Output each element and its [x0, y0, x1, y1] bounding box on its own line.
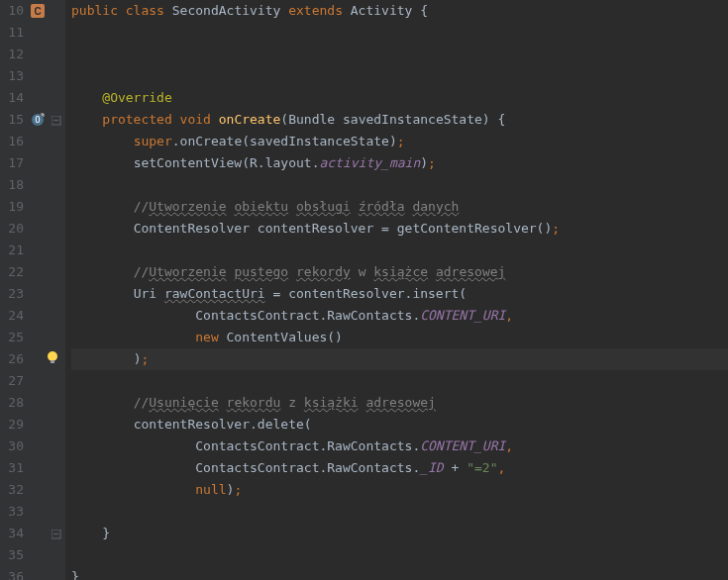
class-icon[interactable]: C	[30, 3, 46, 19]
code-line[interactable]: //Usunięcie rekordu z książki adresowej	[71, 392, 728, 414]
code-line[interactable]: }	[71, 523, 728, 544]
line-number[interactable]: 13	[0, 65, 24, 87]
line-number[interactable]: 19	[0, 196, 24, 218]
code-editor[interactable]: 10 11 12 13 14 15 16 17 18 19 20 21 22 2…	[0, 0, 728, 580]
line-number[interactable]: 11	[0, 22, 24, 44]
line-number[interactable]: 28	[0, 392, 24, 414]
svg-text:O: O	[35, 115, 40, 125]
svg-rect-7	[51, 360, 54, 363]
code-line[interactable]: ContactsContract.RawContacts.CONTENT_URI…	[71, 305, 728, 327]
line-number[interactable]: 21	[0, 240, 24, 261]
code-line[interactable]: null);	[71, 479, 728, 501]
code-line[interactable]: contentResolver.delete(	[71, 414, 728, 435]
code-line[interactable]: ContactsContract.RawContacts._ID + "=2",	[71, 457, 728, 479]
gutter: 10 11 12 13 14 15 16 17 18 19 20 21 22 2…	[0, 0, 65, 580]
line-number[interactable]: 31	[0, 457, 24, 479]
line-number[interactable]: 23	[0, 283, 24, 305]
line-number[interactable]: 18	[0, 174, 24, 196]
line-number[interactable]: 14	[0, 87, 24, 109]
code-line[interactable]: new ContentValues()	[71, 327, 728, 348]
code-line[interactable]	[71, 22, 728, 44]
code-line[interactable]: //Utworzenie pustego rekordy w książce a…	[71, 261, 728, 283]
line-number[interactable]: 32	[0, 479, 24, 501]
line-number[interactable]: 34	[0, 523, 24, 544]
svg-text:C: C	[34, 6, 41, 17]
svg-point-6	[48, 351, 57, 361]
fold-icon[interactable]	[52, 528, 67, 543]
code-line[interactable]: ContentResolver contentResolver = getCon…	[71, 218, 728, 240]
code-line[interactable]	[71, 544, 728, 566]
code-line[interactable]: protected void onCreate(Bundle savedInst…	[71, 109, 728, 131]
code-line[interactable]: }	[71, 566, 728, 580]
bulb-icon[interactable]	[46, 350, 61, 366]
line-number[interactable]: 20	[0, 218, 24, 240]
code-line[interactable]: Uri rawContactUri = contentResolver.inse…	[71, 283, 728, 305]
code-line[interactable]: super.onCreate(savedInstanceState);	[71, 131, 728, 152]
line-number[interactable]: 33	[0, 501, 24, 523]
code-line[interactable]: ContactsContract.RawContacts.CONTENT_URI…	[71, 435, 728, 457]
line-number[interactable]: 24	[0, 305, 24, 327]
line-number[interactable]: 27	[0, 370, 24, 392]
code-line[interactable]: //Utworzenie obiektu obsługi źródła dany…	[71, 196, 728, 218]
code-line[interactable]	[71, 501, 728, 523]
line-number[interactable]: 17	[0, 152, 24, 174]
line-number[interactable]: 25	[0, 327, 24, 348]
override-icon[interactable]: O	[30, 112, 46, 128]
fold-icon[interactable]	[52, 114, 67, 130]
line-number[interactable]: 26	[0, 348, 24, 370]
code-line[interactable]: public class SecondActivity extends Acti…	[71, 0, 728, 22]
code-line[interactable]	[71, 174, 728, 196]
line-number[interactable]: 16	[0, 131, 24, 152]
line-number[interactable]: 12	[0, 44, 24, 65]
code-line[interactable]: );	[71, 348, 728, 370]
line-number[interactable]: 15	[0, 109, 24, 131]
code-line[interactable]	[71, 65, 728, 87]
line-numbers: 10 11 12 13 14 15 16 17 18 19 20 21 22 2…	[0, 0, 30, 580]
gutter-icons: C O	[30, 0, 65, 580]
code-line[interactable]	[71, 240, 728, 261]
code-line[interactable]	[71, 370, 728, 392]
code-line[interactable]	[71, 44, 728, 65]
code-area[interactable]: public class SecondActivity extends Acti…	[65, 0, 728, 580]
line-number[interactable]: 22	[0, 261, 24, 283]
line-number[interactable]: 29	[0, 414, 24, 435]
line-number[interactable]: 36	[0, 566, 24, 580]
line-number[interactable]: 10	[0, 0, 24, 22]
code-line[interactable]: @Override	[71, 87, 728, 109]
line-number[interactable]: 35	[0, 544, 24, 566]
code-line[interactable]: setContentView(R.layout.activity_main);	[71, 152, 728, 174]
line-number[interactable]: 30	[0, 435, 24, 457]
